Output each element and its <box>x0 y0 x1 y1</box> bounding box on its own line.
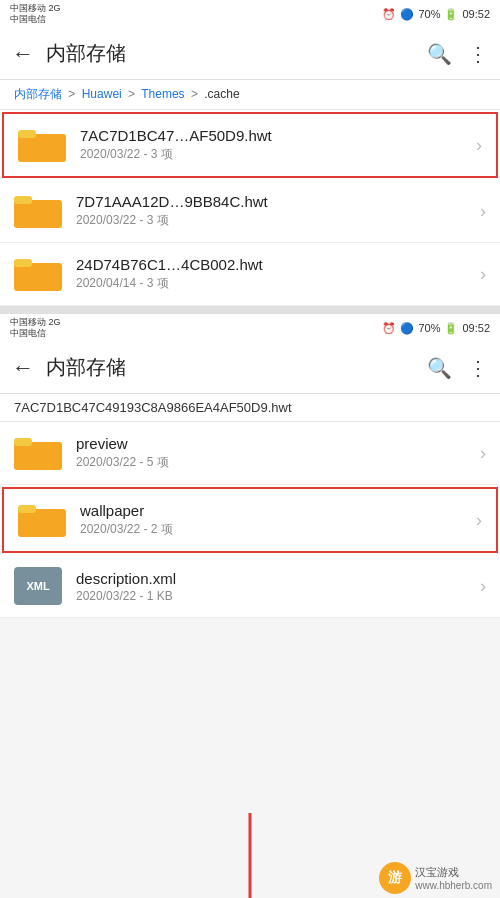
file-name: 24D74B76C1…4CB002.hwt <box>76 256 480 273</box>
file-meta: 2020/03/22 - 3 项 <box>76 212 480 229</box>
alarm-icon: ⏰ <box>382 8 396 21</box>
file-meta: 2020/03/22 - 5 项 <box>76 454 480 471</box>
toolbar-1: ← 内部存储 🔍 ⋮ <box>0 28 500 80</box>
toolbar-2: ← 内部存储 🔍 ⋮ <box>0 342 500 394</box>
svg-rect-14 <box>18 505 36 513</box>
carrier1-label: 中国移动 2G <box>10 3 61 14</box>
file-name: wallpaper <box>80 502 476 519</box>
file-info: description.xml 2020/03/22 - 1 KB <box>76 570 480 603</box>
breadcrumb-path2[interactable]: Huawei <box>82 87 122 101</box>
breadcrumb-1: 内部存储 > Huawei > Themes > .cache <box>0 80 500 110</box>
bluetooth-icon: 🔵 <box>400 8 414 21</box>
carrier-info-1: 中国移动 2G 中国电信 <box>10 3 61 25</box>
search-button-2[interactable]: 🔍 <box>427 356 452 380</box>
xml-badge: XML <box>14 567 62 605</box>
file-name: 7D71AAA12D…9BB84C.hwt <box>76 193 480 210</box>
chevron-right-icon: › <box>480 201 486 222</box>
status-icons-1: ⏰ 🔵 70% 🔋 09:52 <box>382 8 490 21</box>
status-bar-1: 中国移动 2G 中国电信 ⏰ 🔵 70% 🔋 09:52 <box>0 0 500 28</box>
watermark-info: 汉宝游戏 www.hbherb.com <box>415 865 492 891</box>
back-button-2[interactable]: ← <box>12 355 34 381</box>
file-meta: 2020/03/22 - 3 项 <box>80 146 476 163</box>
status-bar-2: 中国移动 2G 中国电信 ⏰ 🔵 70% 🔋 09:52 <box>0 314 500 342</box>
chevron-right-icon: › <box>480 443 486 464</box>
file-meta: 2020/03/22 - 2 项 <box>80 521 476 538</box>
red-arrow-overlay <box>0 618 500 898</box>
page-title-1: 内部存储 <box>46 40 427 67</box>
file-meta: 2020/04/14 - 3 项 <box>76 275 480 292</box>
svg-rect-8 <box>14 259 32 267</box>
sep3: > <box>191 87 198 101</box>
svg-rect-11 <box>14 438 32 446</box>
file-info: preview 2020/03/22 - 5 项 <box>76 435 480 471</box>
search-button-1[interactable]: 🔍 <box>427 42 452 66</box>
svg-rect-2 <box>18 130 36 138</box>
battery-label: 70% <box>418 8 440 20</box>
bluetooth-icon-2: 🔵 <box>400 322 414 335</box>
file-info: 24D74B76C1…4CB002.hwt 2020/04/14 - 3 项 <box>76 256 480 292</box>
carrier2-label-2: 中国电信 <box>10 328 61 339</box>
breadcrumb-path1[interactable]: 内部存储 <box>14 87 62 101</box>
battery-label-2: 70% <box>418 322 440 334</box>
more-button-2[interactable]: ⋮ <box>468 356 488 380</box>
file-name: 7AC7D1BC47…AF50D9.hwt <box>80 127 476 144</box>
file-info: 7D71AAA12D…9BB84C.hwt 2020/03/22 - 3 项 <box>76 193 480 229</box>
file-info: 7AC7D1BC47…AF50D9.hwt 2020/03/22 - 3 项 <box>80 127 476 163</box>
sep1: > <box>68 87 75 101</box>
list-item[interactable]: preview 2020/03/22 - 5 项 › <box>0 422 500 485</box>
file-meta: 2020/03/22 - 1 KB <box>76 589 480 603</box>
breadcrumb-current: .cache <box>204 87 239 101</box>
chevron-right-icon: › <box>480 576 486 597</box>
toolbar-actions-2: 🔍 ⋮ <box>427 356 488 380</box>
carrier1-label-2: 中国移动 2G <box>10 317 61 328</box>
path-title-2: 7AC7D1BC47C49193C8A9866EA4AF50D9.hwt <box>0 394 500 422</box>
file-list-2: preview 2020/03/22 - 5 项 › wallpaper 202… <box>0 422 500 618</box>
watermark-url: www.hbherb.com <box>415 880 492 891</box>
list-item[interactable]: 7AC7D1BC47…AF50D9.hwt 2020/03/22 - 3 项 › <box>2 112 498 178</box>
alarm-icon-2: ⏰ <box>382 322 396 335</box>
toolbar-actions-1: 🔍 ⋮ <box>427 42 488 66</box>
list-item[interactable]: XML description.xml 2020/03/22 - 1 KB › <box>0 555 500 618</box>
time-label: 09:52 <box>462 8 490 20</box>
chevron-right-icon: › <box>476 510 482 531</box>
time-label-2: 09:52 <box>462 322 490 334</box>
status-icons-2: ⏰ 🔵 70% 🔋 09:52 <box>382 322 490 335</box>
file-info: wallpaper 2020/03/22 - 2 项 <box>80 502 476 538</box>
list-item[interactable]: wallpaper 2020/03/22 - 2 项 › <box>2 487 498 553</box>
panel2: 中国移动 2G 中国电信 ⏰ 🔵 70% 🔋 09:52 ← 内部存储 🔍 ⋮ … <box>0 314 500 618</box>
watermark-text: 汉宝游戏 <box>415 865 492 880</box>
back-button-1[interactable]: ← <box>12 41 34 67</box>
file-list-1: 7AC7D1BC47…AF50D9.hwt 2020/03/22 - 3 项 ›… <box>0 112 500 306</box>
file-name: description.xml <box>76 570 480 587</box>
panel1: 中国移动 2G 中国电信 ⏰ 🔵 70% 🔋 09:52 ← 内部存储 🔍 ⋮ … <box>0 0 500 306</box>
more-button-1[interactable]: ⋮ <box>468 42 488 66</box>
battery-icon: 🔋 <box>444 8 458 21</box>
panel-divider <box>0 306 500 314</box>
svg-rect-5 <box>14 196 32 204</box>
chevron-right-icon: › <box>476 135 482 156</box>
breadcrumb-path3[interactable]: Themes <box>141 87 184 101</box>
sep2: > <box>128 87 135 101</box>
chevron-right-icon: › <box>480 264 486 285</box>
carrier2-label: 中国电信 <box>10 14 61 25</box>
list-item[interactable]: 7D71AAA12D…9BB84C.hwt 2020/03/22 - 3 项 › <box>0 180 500 243</box>
battery-icon-2: 🔋 <box>444 322 458 335</box>
file-name: preview <box>76 435 480 452</box>
carrier-info-2: 中国移动 2G 中国电信 <box>10 317 61 339</box>
watermark: 游 汉宝游戏 www.hbherb.com <box>379 862 492 894</box>
list-item[interactable]: 24D74B76C1…4CB002.hwt 2020/04/14 - 3 项 › <box>0 243 500 306</box>
page-title-2: 内部存储 <box>46 354 427 381</box>
watermark-logo: 游 <box>379 862 411 894</box>
